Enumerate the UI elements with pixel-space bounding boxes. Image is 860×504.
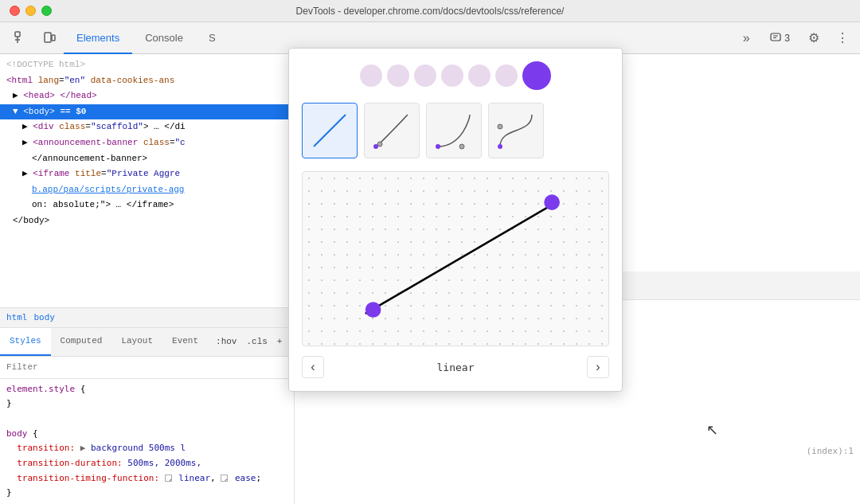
filter-bar bbox=[0, 357, 294, 379]
easing-current-label: linear bbox=[437, 361, 475, 373]
svg-rect-0 bbox=[15, 32, 20, 37]
svg-point-13 bbox=[377, 142, 382, 147]
easing-prev-button[interactable]: ‹ bbox=[302, 356, 324, 378]
easing-nav: ‹ linear › bbox=[302, 356, 609, 378]
window-controls bbox=[10, 6, 52, 16]
easing-preset-2[interactable] bbox=[364, 103, 420, 158]
svg-line-8 bbox=[166, 479, 172, 482]
styles-toolbar: Styles Computed Layout Event :hov .cls +… bbox=[0, 328, 294, 357]
easing-swatch-linear[interactable] bbox=[165, 475, 172, 482]
easing-preset-1[interactable] bbox=[302, 103, 358, 158]
hov-button[interactable]: :hov bbox=[213, 335, 240, 348]
easing-circle-1 bbox=[360, 64, 382, 87]
title-bar: DevTools - developer.chrome.com/docs/dev… bbox=[0, 0, 860, 22]
dom-line-announcement-close[interactable]: </announcement-banner> bbox=[0, 151, 294, 167]
easing-popup: ‹ linear › bbox=[288, 48, 623, 392]
breadcrumb-body[interactable]: body bbox=[34, 312, 56, 322]
easing-circle-active bbox=[522, 61, 551, 90]
breadcrumb-html[interactable]: html bbox=[6, 312, 28, 322]
easing-canvas bbox=[302, 171, 609, 346]
svg-rect-5 bbox=[771, 33, 780, 41]
svg-rect-14 bbox=[434, 111, 474, 150]
maximize-button[interactable] bbox=[41, 6, 52, 16]
svg-line-20 bbox=[366, 204, 553, 314]
dom-line-body-close[interactable]: </body> bbox=[0, 213, 294, 229]
add-style-rule-button[interactable]: + bbox=[274, 335, 286, 348]
svg-point-16 bbox=[459, 144, 464, 149]
easing-presets bbox=[302, 103, 609, 158]
easing-circle-2 bbox=[387, 64, 409, 87]
dom-line-head[interactable]: ▶ <head> </head> bbox=[0, 88, 294, 104]
svg-point-22 bbox=[544, 194, 560, 210]
svg-rect-3 bbox=[45, 33, 51, 42]
device-toggle-button[interactable] bbox=[35, 22, 64, 54]
svg-point-18 bbox=[498, 144, 502, 149]
line-number: (index):1 bbox=[806, 446, 860, 456]
styles-filter-input[interactable] bbox=[6, 362, 287, 372]
easing-circles bbox=[302, 61, 609, 90]
tab-layout[interactable]: Layout bbox=[111, 328, 162, 356]
close-button[interactable] bbox=[10, 6, 20, 16]
element-style-rule: element.style { bbox=[6, 382, 287, 397]
dom-line-iframe-style[interactable]: on: absolute;"> … </iframe> bbox=[0, 197, 294, 213]
more-tabs-button[interactable]: » bbox=[735, 27, 757, 49]
tab-styles[interactable]: Styles bbox=[0, 328, 51, 356]
body-rule: body { bbox=[6, 427, 287, 442]
easing-next-button[interactable]: › bbox=[587, 356, 609, 378]
tab-console[interactable]: Console bbox=[132, 22, 196, 54]
tab-sources[interactable]: S bbox=[196, 22, 229, 54]
breadcrumb: html body bbox=[0, 307, 294, 328]
svg-point-21 bbox=[366, 302, 381, 318]
more-options-button[interactable]: ⋮ bbox=[831, 27, 854, 49]
easing-circle-3 bbox=[414, 64, 436, 87]
easing-circle-6 bbox=[495, 64, 518, 87]
svg-rect-4 bbox=[52, 35, 55, 41]
easing-circle-5 bbox=[468, 64, 491, 87]
dom-line-iframe-src[interactable]: b.app/paa/scripts/private-agg bbox=[0, 182, 294, 198]
tab-computed[interactable]: Computed bbox=[51, 328, 112, 356]
chat-badge[interactable]: 3 bbox=[764, 29, 796, 47]
chat-count: 3 bbox=[784, 33, 790, 44]
minimize-button[interactable] bbox=[25, 6, 36, 16]
easing-swatch-ease[interactable] bbox=[221, 475, 228, 482]
dom-line-body[interactable]: ▼ <body> == $0 bbox=[0, 104, 294, 120]
css-rules: element.style { } body { transition: ▶ b… bbox=[0, 379, 294, 505]
svg-point-15 bbox=[436, 144, 440, 149]
elements-panel: <!DOCTYPE html> <html lang="en" data-coo… bbox=[0, 54, 295, 504]
dom-line-iframe[interactable]: ▶ <iframe title="Private Aggre bbox=[0, 166, 294, 182]
window-title: DevTools - developer.chrome.com/docs/dev… bbox=[296, 6, 565, 17]
inspect-element-button[interactable] bbox=[6, 22, 35, 54]
easing-circle-4 bbox=[441, 64, 463, 87]
toolbar-right: » 3 ⚙ ⋮ bbox=[735, 22, 854, 53]
settings-button[interactable]: ⚙ bbox=[803, 27, 825, 49]
tab-event[interactable]: Event bbox=[162, 328, 208, 356]
svg-point-19 bbox=[498, 124, 502, 129]
tab-elements[interactable]: Elements bbox=[64, 22, 132, 54]
dom-line-html[interactable]: <html lang="en" data-cookies-ans bbox=[0, 73, 294, 89]
dom-line-announcement[interactable]: ▶ <announcement-banner class="c bbox=[0, 135, 294, 151]
dom-line-doctype[interactable]: <!DOCTYPE html> bbox=[0, 57, 294, 73]
dom-line-div[interactable]: ▶ <div class="scaffold"> … </di bbox=[0, 119, 294, 135]
cls-button[interactable]: .cls bbox=[243, 335, 270, 348]
easing-preset-4[interactable] bbox=[488, 103, 544, 158]
easing-preset-3[interactable] bbox=[426, 103, 482, 158]
dom-tree: <!DOCTYPE html> <html lang="en" data-coo… bbox=[0, 54, 294, 307]
